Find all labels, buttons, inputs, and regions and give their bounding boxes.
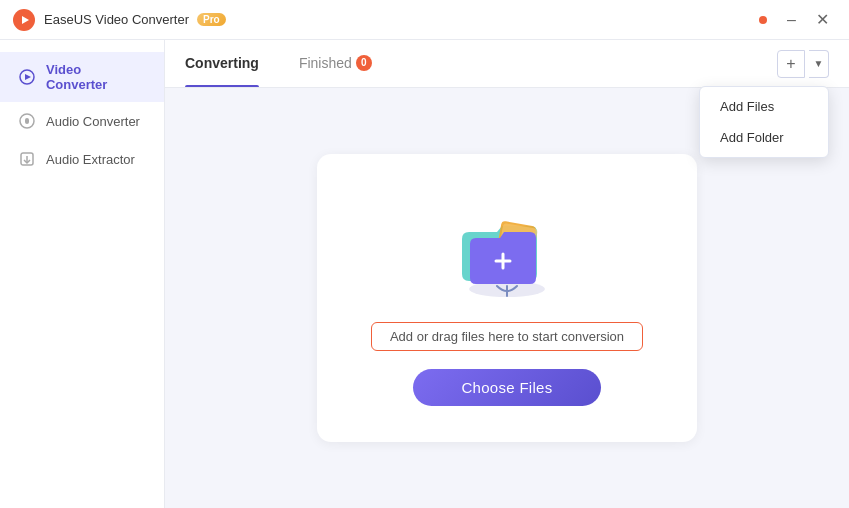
titlebar-left: EaseUS Video Converter Pro <box>12 8 226 32</box>
video-icon <box>18 68 36 86</box>
content-area: Converting Finished 0 + ▼ Add Files Add … <box>165 40 849 508</box>
titlebar-controls: – ✕ <box>759 8 837 32</box>
sidebar-label-video: Video Converter <box>46 62 146 92</box>
svg-marker-3 <box>25 74 31 80</box>
add-button[interactable]: + <box>777 50 805 78</box>
folder-illustration <box>442 194 572 304</box>
sidebar-label-audio: Audio Converter <box>46 114 140 129</box>
sidebar-label-extractor: Audio Extractor <box>46 152 135 167</box>
app-title: EaseUS Video Converter <box>44 12 189 27</box>
notification-dot <box>759 16 767 24</box>
sidebar-item-audio-converter[interactable]: Audio Converter <box>0 102 164 140</box>
add-files-option[interactable]: Add Files <box>700 91 828 122</box>
titlebar: EaseUS Video Converter Pro – ✕ <box>0 0 849 40</box>
drop-zone: Add or drag files here to start conversi… <box>317 154 697 442</box>
svg-rect-5 <box>25 118 29 124</box>
drag-text: Add or drag files here to start conversi… <box>390 329 624 344</box>
add-folder-option[interactable]: Add Folder <box>700 122 828 153</box>
tabs: Converting Finished 0 <box>185 40 372 87</box>
tab-converting-label: Converting <box>185 55 259 71</box>
extractor-icon <box>18 150 36 168</box>
drag-text-box: Add or drag files here to start conversi… <box>371 322 643 351</box>
minimize-button[interactable]: – <box>779 8 804 32</box>
main-layout: Video Converter Audio Converter Audio Ex… <box>0 40 849 508</box>
sidebar: Video Converter Audio Converter Audio Ex… <box>0 40 165 508</box>
tab-finished[interactable]: Finished 0 <box>299 40 372 87</box>
audio-icon <box>18 112 36 130</box>
dropdown-menu: Add Files Add Folder <box>699 86 829 158</box>
tab-converting[interactable]: Converting <box>185 40 259 87</box>
dropdown-button[interactable]: ▼ <box>809 50 829 78</box>
tab-finished-label: Finished <box>299 55 352 71</box>
pro-badge: Pro <box>197 13 226 26</box>
sidebar-item-audio-extractor[interactable]: Audio Extractor <box>0 140 164 178</box>
tab-actions: + ▼ Add Files Add Folder <box>777 50 829 78</box>
sidebar-item-video-converter[interactable]: Video Converter <box>0 52 164 102</box>
tab-bar: Converting Finished 0 + ▼ Add Files Add … <box>165 40 849 88</box>
choose-files-button[interactable]: Choose Files <box>413 369 600 406</box>
app-logo-icon <box>12 8 36 32</box>
finished-badge: 0 <box>356 55 372 71</box>
close-button[interactable]: ✕ <box>808 8 837 32</box>
